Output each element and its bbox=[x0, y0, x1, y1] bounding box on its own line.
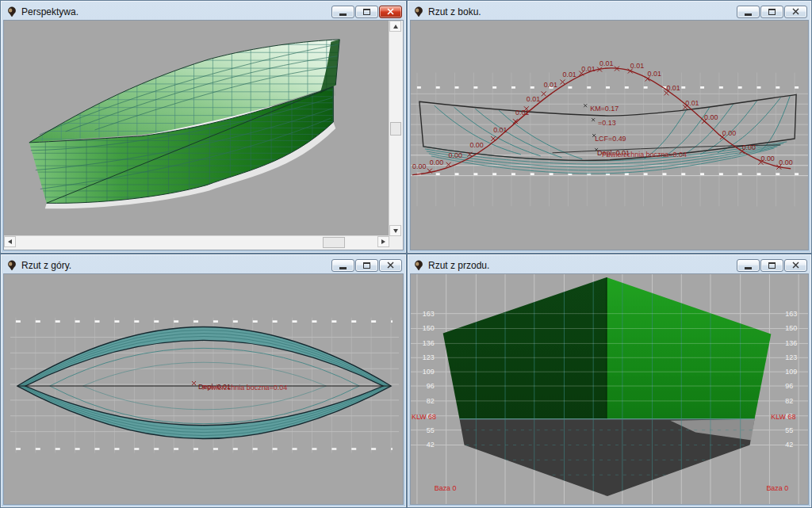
baseline-label-left: Baza 0 bbox=[435, 484, 457, 492]
close-icon bbox=[792, 262, 799, 269]
scrollbar-corner bbox=[389, 236, 403, 250]
scroll-left-button[interactable] bbox=[4, 236, 16, 247]
window-title: Rzut z góry. bbox=[21, 259, 327, 271]
curve-label: 0.00 bbox=[722, 129, 736, 137]
curve-label: 0.00 bbox=[760, 155, 774, 162]
axis-label: 82 bbox=[427, 397, 435, 405]
curve-label: 0.01 bbox=[562, 71, 576, 78]
right-arrow-icon bbox=[381, 239, 385, 244]
curve-label: 0.00 bbox=[412, 162, 426, 170]
minimize-button[interactable] bbox=[737, 6, 760, 18]
caption-buttons bbox=[331, 6, 402, 18]
axis-label: 136 bbox=[785, 339, 797, 347]
hull-section bbox=[443, 277, 772, 496]
maximize-icon bbox=[363, 9, 370, 15]
axis-label: 55 bbox=[427, 426, 435, 434]
curve-label: 0.01 bbox=[527, 95, 540, 103]
side-view-content: 0.00 0.00 0.00 0.00 0.01 0.01 0.01 0.01 … bbox=[410, 20, 809, 250]
axis-label: 42 bbox=[427, 441, 435, 449]
minimize-icon bbox=[339, 267, 347, 269]
axis-label: 163 bbox=[785, 310, 797, 318]
viewport-perspective[interactable] bbox=[4, 21, 389, 236]
lateral-area-label: Powierzchnia boczna=0.04 bbox=[602, 151, 687, 159]
maximize-icon bbox=[363, 262, 370, 269]
close-icon bbox=[792, 8, 799, 15]
waterline-label-left: KLW 68 bbox=[412, 413, 436, 421]
axis-label: 163 bbox=[423, 310, 435, 318]
front-view-content: 163 150 136 123 109 96 82 69 55 42 163 1… bbox=[410, 273, 809, 505]
window-perspective: Perspektywa. bbox=[0, 0, 407, 254]
curve-label: 0.01 bbox=[630, 62, 644, 70]
close-button[interactable] bbox=[784, 259, 807, 272]
axis-label: 109 bbox=[423, 368, 435, 376]
curve-label: 0.01 bbox=[544, 81, 557, 89]
curve-label: 0.00 bbox=[449, 151, 462, 159]
up-arrow-icon bbox=[393, 25, 398, 29]
waterline-label-right: KLW 68 bbox=[771, 413, 795, 421]
lcf-label: LCF=0.49 bbox=[595, 135, 626, 143]
axis-label: 96 bbox=[785, 382, 793, 390]
scroll-right-button[interactable] bbox=[377, 236, 389, 247]
close-button[interactable] bbox=[379, 6, 402, 18]
minimize-icon bbox=[339, 13, 347, 16]
window-title: Rzut z przodu. bbox=[428, 259, 733, 271]
window-top-view: Rzut z góry. bbox=[0, 254, 407, 508]
hydrostatic-annotations: KM=0.17 =0.13 LCF=0.49 Depl=0.01 Powierz… bbox=[584, 104, 687, 159]
caption-buttons bbox=[737, 259, 807, 272]
axis-label: 123 bbox=[785, 353, 797, 361]
axis-label: 150 bbox=[785, 325, 797, 333]
left-arrow-icon bbox=[8, 239, 12, 244]
minimize-button[interactable] bbox=[737, 259, 760, 272]
minimize-icon bbox=[745, 13, 752, 16]
curve-label: 0.00 bbox=[704, 113, 718, 121]
app-icon bbox=[413, 6, 424, 17]
curve-label: 0.01 bbox=[648, 70, 661, 78]
axis-label: 109 bbox=[785, 368, 797, 376]
down-arrow-icon bbox=[393, 229, 398, 233]
top-view-canvas[interactable]: Depl=0.01 Powierzchnia boczna=0.04 bbox=[4, 274, 403, 504]
curve-label: 0.00 bbox=[430, 159, 443, 166]
maximize-button[interactable] bbox=[355, 259, 378, 272]
maximize-button[interactable] bbox=[760, 6, 783, 18]
axis-label: 82 bbox=[785, 397, 793, 405]
caption-buttons bbox=[737, 6, 807, 18]
maximize-icon bbox=[768, 262, 776, 269]
titlebar-top-view[interactable]: Rzut z góry. bbox=[1, 254, 406, 274]
titlebar-front-view[interactable]: Rzut z przodu. bbox=[408, 254, 811, 274]
maximize-button[interactable] bbox=[760, 259, 783, 272]
front-view-canvas[interactable]: 163 150 136 123 109 96 82 69 55 42 163 1… bbox=[411, 274, 808, 504]
titlebar-perspective[interactable]: Perspektywa. bbox=[1, 1, 406, 21]
hull-3d bbox=[29, 40, 339, 209]
vertical-scroll-thumb[interactable] bbox=[390, 122, 401, 136]
window-title: Rzut z boku. bbox=[428, 6, 733, 17]
scrollbar-vertical[interactable] bbox=[389, 21, 403, 236]
maximize-icon bbox=[768, 9, 776, 15]
curve-label: 0.00 bbox=[742, 143, 756, 151]
perspective-content bbox=[3, 20, 404, 250]
curve-label: 0.01 bbox=[599, 59, 613, 67]
close-button[interactable] bbox=[784, 6, 807, 18]
close-icon bbox=[387, 8, 394, 15]
baseline-label-right: Baza 0 bbox=[766, 484, 788, 492]
axis-label: 55 bbox=[785, 426, 793, 434]
axis-label: 136 bbox=[423, 339, 435, 347]
window-title: Perspektywa. bbox=[21, 6, 327, 17]
scroll-up-button[interactable] bbox=[389, 21, 401, 32]
maximize-button[interactable] bbox=[355, 6, 378, 18]
minimize-button[interactable] bbox=[331, 259, 354, 272]
scrollbar-horizontal[interactable] bbox=[4, 235, 389, 250]
close-button[interactable] bbox=[379, 259, 402, 272]
scroll-down-button[interactable] bbox=[389, 225, 401, 236]
km-label: KM=0.17 bbox=[590, 105, 619, 113]
horizontal-scroll-thumb[interactable] bbox=[323, 237, 345, 248]
axis-label: 96 bbox=[427, 382, 435, 390]
app-icon bbox=[6, 260, 17, 271]
titlebar-side-view[interactable]: Rzut z boku. bbox=[408, 1, 811, 21]
close-icon bbox=[387, 262, 394, 269]
window-front-view: Rzut z przodu. bbox=[407, 254, 812, 508]
axis-label: 42 bbox=[785, 441, 793, 449]
kb-label: =0.13 bbox=[598, 119, 616, 127]
side-view-canvas[interactable]: 0.00 0.00 0.00 0.00 0.01 0.01 0.01 0.01 … bbox=[411, 21, 808, 250]
minimize-button[interactable] bbox=[331, 6, 354, 18]
axis-labels-right: 163 150 136 123 109 96 82 69 55 42 bbox=[785, 310, 797, 449]
